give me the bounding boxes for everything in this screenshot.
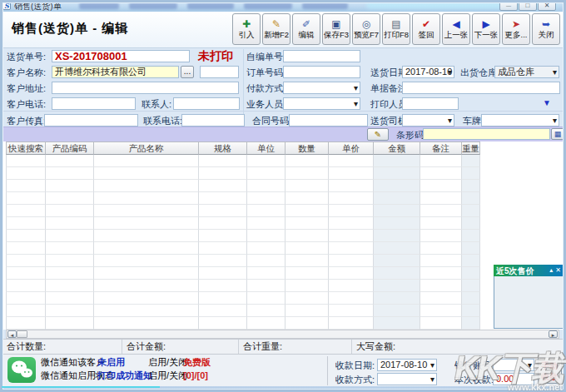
maximize-icon[interactable] [519, 1, 537, 11]
contact-phone-input[interactable] [181, 114, 245, 127]
grid-cell [420, 155, 462, 167]
contract-no-input[interactable] [289, 114, 368, 127]
plate-select[interactable] [481, 114, 559, 127]
grid-cell [199, 155, 247, 167]
recent-prices-header[interactable]: 近5次售价 ▴ ✕ [494, 265, 564, 276]
preview-button[interactable]: ◎预览F7 [352, 13, 380, 45]
grid-cell [247, 192, 285, 205]
grid-cell [247, 155, 285, 167]
grid-cell [420, 217, 462, 230]
column-header-10[interactable]: 重量 [462, 141, 480, 155]
column-header-4[interactable]: 规格 [199, 141, 247, 155]
customer-name-input[interactable]: 开博维尔科技有限公司 [52, 66, 179, 78]
wechat-toggle-link[interactable]: 启用/关闭 [148, 370, 187, 381]
self-no-input[interactable] [283, 50, 360, 62]
grid-row[interactable] [6, 180, 480, 192]
column-header-3[interactable]: 产品名称 [94, 141, 199, 155]
pen-icon[interactable]: ✎ [367, 128, 389, 141]
scroll-right-icon[interactable] [549, 330, 558, 338]
customer-address-input[interactable] [52, 82, 239, 94]
grid-row[interactable] [6, 192, 480, 205]
driver-select[interactable] [402, 114, 454, 127]
collapse-arrow-icon[interactable]: ▼ [543, 98, 551, 107]
close-button[interactable]: ➥关闭 [532, 13, 560, 45]
wechat-toggle-link[interactable]: 启用/关闭 [148, 357, 187, 368]
collapse-panel-icon[interactable]: ▴ [549, 266, 553, 275]
wechat-status-value: 未启用 [97, 357, 125, 368]
receipt-amount-input[interactable]: 0.00 [493, 373, 534, 385]
grid-cell [94, 180, 199, 192]
delivery-date-select[interactable]: 2017-08-10 [402, 66, 454, 78]
save-button[interactable]: ▣保存F3 [322, 13, 350, 45]
grid-row[interactable] [6, 205, 480, 217]
grid-row[interactable] [6, 230, 480, 242]
contact-input[interactable] [173, 97, 240, 110]
horizontal-scrollbar[interactable] [6, 330, 559, 339]
scrollbar-thumb[interactable] [17, 330, 27, 338]
doc-remark-input[interactable] [402, 82, 560, 94]
new-button[interactable]: ✎新增F2 [262, 13, 290, 45]
barcode-input[interactable] [423, 128, 550, 140]
blurred-menu-item [79, 2, 119, 9]
receipt-date-select[interactable]: 2017-08-10 [377, 359, 437, 371]
customer-extra-input[interactable] [200, 66, 239, 78]
grid-row[interactable] [6, 255, 480, 267]
next-button[interactable]: ▶下一张 [472, 13, 500, 45]
customer-browse-button[interactable]: ... [181, 66, 194, 78]
receipt-method-select[interactable] [377, 373, 437, 385]
grid-row[interactable] [6, 242, 480, 255]
grid-cell [247, 205, 285, 217]
column-header-2[interactable]: 产品编码 [46, 141, 94, 155]
grid-cell [46, 230, 94, 242]
grid-row[interactable] [6, 280, 480, 292]
column-header-6[interactable]: 数量 [285, 141, 329, 155]
grid-row[interactable] [6, 317, 480, 330]
grid-cell [94, 242, 199, 255]
grid-row[interactable] [6, 292, 480, 305]
close-panel-icon[interactable]: ✕ [555, 266, 561, 275]
customer-fax-input[interactable] [44, 114, 138, 127]
previous-button[interactable]: ◀上一张 [442, 13, 470, 45]
delivery-no-input[interactable]: XS-201708001 [52, 50, 190, 62]
customer-phone-input[interactable] [52, 97, 136, 110]
column-header-5[interactable]: 单位 [247, 141, 285, 155]
grid-row[interactable] [6, 267, 480, 280]
print-button[interactable]: ▤打印F8 [382, 13, 410, 45]
next-icon: ▶ [482, 19, 489, 30]
column-header-7[interactable]: 单价 [329, 141, 374, 155]
column-header-9[interactable]: 备注 [420, 141, 462, 155]
minimize-icon[interactable] [499, 1, 518, 11]
grid-cell [46, 167, 94, 180]
warehouse-select[interactable]: 成品仓库 [494, 66, 559, 78]
grid-cell [6, 280, 46, 292]
grid-cell [46, 192, 94, 205]
sign-back-button[interactable]: ✔签回 [412, 13, 440, 45]
print-person-input[interactable] [402, 97, 459, 110]
column-header-8[interactable]: 金额 [374, 141, 420, 155]
edit-button[interactable]: ✐编辑 [292, 13, 320, 45]
grid-row[interactable] [6, 217, 480, 230]
grid-cell [6, 167, 46, 180]
blurred-menu-item [129, 2, 177, 9]
grid-cell [46, 255, 94, 267]
image-icon[interactable]: ▦ [551, 128, 564, 140]
column-header-1[interactable]: 快速搜索 [6, 141, 46, 155]
manual-receipt-button[interactable]: 手动收款 [538, 357, 562, 384]
more-button[interactable]: ➤更多... [502, 13, 530, 45]
total-amount-label: 合计金额: [122, 340, 239, 354]
import-button[interactable]: ✚引入 [232, 13, 261, 45]
print-icon: ▤ [391, 19, 400, 30]
grid-row[interactable] [6, 155, 480, 167]
bank-account-select[interactable] [493, 359, 534, 371]
grid-cell [94, 217, 199, 230]
scroll-left-icon[interactable] [7, 330, 17, 338]
sign-back-button-label: 签回 [419, 30, 434, 39]
grid-cell [6, 242, 46, 255]
payment-method-select[interactable] [283, 82, 360, 94]
grid-cell [247, 267, 285, 280]
grid-row[interactable] [6, 305, 480, 317]
grid-row[interactable] [6, 167, 480, 180]
order-no-input[interactable] [283, 66, 360, 78]
close-icon[interactable] [538, 1, 556, 11]
salesperson-select[interactable] [283, 97, 360, 110]
